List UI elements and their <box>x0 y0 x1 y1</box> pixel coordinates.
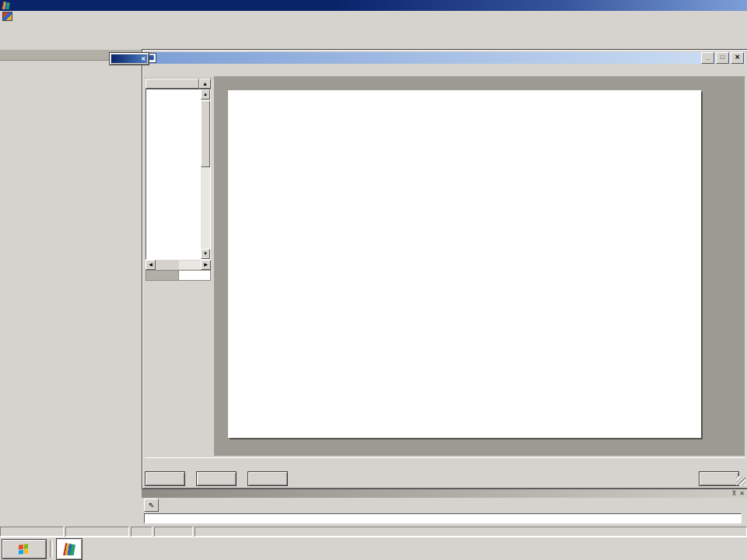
resize-grip[interactable] <box>736 476 745 485</box>
plot-list-panel: ▲ ▲ ▼ ◀ ▶ <box>146 79 211 267</box>
name-field-label <box>146 270 179 281</box>
close-icon[interactable]: ✕ <box>739 490 745 497</box>
drawing-canvas[interactable] <box>214 76 745 456</box>
sort-ascending-icon[interactable]: ▲ <box>199 79 211 89</box>
status-cell-2 <box>65 527 129 537</box>
new-button[interactable] <box>145 471 185 486</box>
taskbar <box>0 537 747 560</box>
taskbar-separator <box>50 541 53 558</box>
menu-tree <box>0 61 142 525</box>
cursor-mode-icon[interactable]: ⇖ <box>144 499 159 512</box>
command-line-caption[interactable]: ⊼ ✕ <box>142 488 747 498</box>
delete-button[interactable] <box>247 471 288 486</box>
plot-list <box>146 89 201 259</box>
start-button[interactable] <box>2 539 47 559</box>
menu-bar <box>0 11 747 22</box>
scroll-up-icon[interactable]: ▲ <box>201 89 210 100</box>
gallery-status-bar <box>145 457 745 470</box>
edit-button[interactable] <box>196 471 237 486</box>
gallery-title-bar[interactable]: ▦ _ □ ✕ <box>145 52 745 64</box>
toolbar-row-1 <box>0 21 747 37</box>
close-dialog-button[interactable] <box>699 471 739 486</box>
status-cell-1 <box>0 527 64 537</box>
maximize-button[interactable]: □ <box>716 52 729 64</box>
status-bar <box>0 526 747 537</box>
scroll-left-icon[interactable]: ◀ <box>146 260 156 270</box>
plot-list-hscrollbar[interactable]: ◀ ▶ <box>146 261 211 269</box>
plane-cell <box>154 527 193 537</box>
windows-logo-icon <box>19 544 28 554</box>
plot-list-vscrollbar[interactable]: ▲ ▼ <box>201 89 210 259</box>
ansicht-toolbar: ✕ <box>109 52 149 65</box>
scroll-right-icon[interactable]: ▶ <box>201 260 211 270</box>
scroll-down-icon[interactable]: ▼ <box>201 249 210 259</box>
vscroll-thumb[interactable] <box>201 100 210 167</box>
drawing-sheet <box>228 90 701 438</box>
taskbar-item-scia-engineer[interactable] <box>56 538 82 560</box>
drawing-gallery-window: ▦ _ □ ✕ ▲ ▲ ▼ ◀ <box>142 49 747 489</box>
document-icon <box>2 12 12 21</box>
close-icon[interactable]: ✕ <box>141 56 146 62</box>
minimize-button[interactable]: _ <box>701 52 714 64</box>
scia-engineer-window: ✕ ▦ _ □ ✕ ▲ ▲ ▼ <box>0 0 747 560</box>
menu-tree-panel <box>0 50 143 526</box>
scia-engineer-icon <box>63 543 75 555</box>
close-button[interactable]: ✕ <box>731 52 744 64</box>
state-cell <box>195 527 747 537</box>
plot-list-header[interactable] <box>146 79 199 89</box>
ansicht-toolbar-title[interactable]: ✕ <box>111 54 147 63</box>
command-line-panel: ⊼ ✕ ⇖ <box>142 488 747 527</box>
unit-cell <box>131 527 153 537</box>
command-input[interactable] <box>144 513 742 523</box>
name-field-value[interactable] <box>179 270 211 281</box>
app-logo-icon <box>2 2 10 9</box>
title-bar <box>0 0 747 11</box>
pin-icon[interactable]: ⊼ <box>731 490 736 497</box>
hscroll-thumb[interactable] <box>156 261 179 269</box>
gallery-buttons <box>145 470 745 487</box>
